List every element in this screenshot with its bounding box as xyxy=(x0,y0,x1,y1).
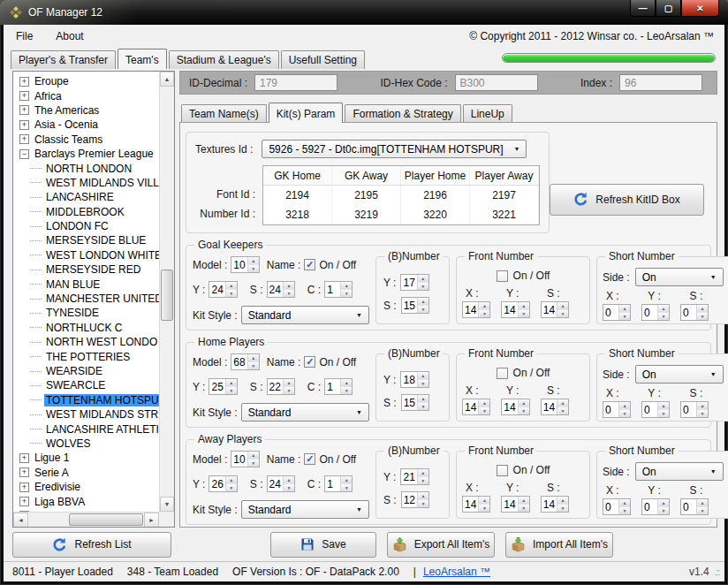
kit-table-cell[interactable]: 3220 xyxy=(401,205,470,224)
tree-item[interactable]: +Asia - Ocenia xyxy=(18,118,159,132)
spinner-down-icon[interactable]: ▼ xyxy=(619,507,630,514)
spinner-down-icon[interactable]: ▼ xyxy=(519,310,529,317)
menu-about[interactable]: About xyxy=(54,28,85,44)
title-bar[interactable]: OF Manager 12 — ▢ ✕ xyxy=(0,0,728,25)
tree-item[interactable]: NORTH WEST LONDO xyxy=(18,335,159,349)
spinner-up-icon[interactable]: ▲ xyxy=(479,399,489,407)
bnumber-s-spinner[interactable]: 15▲▼ xyxy=(401,394,429,411)
tab-stadium-league-s[interactable]: Stadium & League's xyxy=(169,50,279,69)
kit-table-cell[interactable]: 2196 xyxy=(401,186,470,205)
tree-item[interactable]: TYNESIDE xyxy=(18,306,159,320)
spinner-up-icon[interactable]: ▲ xyxy=(697,305,708,313)
tree-item[interactable]: WEST LONDON WHITE xyxy=(18,248,159,262)
spinner-down-icon[interactable]: ▼ xyxy=(619,313,630,320)
short-y-spinner[interactable]: 0▲▼ xyxy=(641,498,670,515)
spinner-up-icon[interactable]: ▲ xyxy=(557,302,568,310)
front-x-spinner[interactable]: 14▲▼ xyxy=(462,301,490,318)
tree-item[interactable]: NORTH LONDON xyxy=(18,161,159,175)
kit-style-select[interactable]: Standard ▼ xyxy=(241,306,369,324)
kit-table-cell[interactable]: 2195 xyxy=(332,186,401,205)
front-number-on-off-checkbox[interactable] xyxy=(497,270,508,282)
tree-item[interactable]: LANCASHIRE ATHLETI xyxy=(18,422,159,436)
tree-item[interactable]: +Classic Teams xyxy=(18,133,159,147)
bnumber-s-spinner[interactable]: 12▲▼ xyxy=(401,491,429,508)
spinner-down-icon[interactable]: ▼ xyxy=(697,507,708,514)
spinner-down-icon[interactable]: ▼ xyxy=(226,290,237,297)
tree-item[interactable]: +The Americas xyxy=(18,103,159,118)
tree-item[interactable]: MERSEYSIDE RED xyxy=(18,262,159,277)
tree-item[interactable]: +Africa xyxy=(18,88,159,103)
tree-item[interactable]: WEARSIDE xyxy=(18,364,159,378)
name-on-off-checkbox[interactable]: ✓ xyxy=(304,356,315,368)
collapse-icon[interactable]: − xyxy=(19,149,29,159)
refresh-kitid-button[interactable]: Refresh KitID Box xyxy=(550,184,704,216)
kit-table-cell[interactable]: 3219 xyxy=(332,205,401,224)
spinner-down-icon[interactable]: ▼ xyxy=(658,313,669,320)
front-s-spinner[interactable]: 14▲▼ xyxy=(541,496,569,513)
spinner-up-icon[interactable]: ▲ xyxy=(619,499,630,507)
tab-team-name-s-[interactable]: Team Name(s) xyxy=(181,104,267,123)
spinner-up-icon[interactable]: ▲ xyxy=(479,302,489,310)
spinner-down-icon[interactable]: ▼ xyxy=(341,290,352,297)
tree-item[interactable]: +Serie A xyxy=(18,466,159,480)
spinner-up-icon[interactable]: ▲ xyxy=(658,402,669,410)
tree-item[interactable]: TOTTENHAM HOTSPUR xyxy=(18,393,159,407)
vertical-scroll-thumb[interactable] xyxy=(161,270,173,321)
tab-kit-s-param[interactable]: Kit(s) Param xyxy=(269,103,344,123)
spinner-up-icon[interactable]: ▲ xyxy=(226,282,237,290)
spinner-down-icon[interactable]: ▼ xyxy=(658,507,669,514)
scroll-down-icon[interactable]: ▼ xyxy=(160,497,174,512)
short-s-spinner[interactable]: 0▲▼ xyxy=(680,498,709,515)
short-y-spinner[interactable]: 0▲▼ xyxy=(641,304,670,321)
y-spinner[interactable]: 26▲▼ xyxy=(209,475,237,492)
spinner-up-icon[interactable]: ▲ xyxy=(519,399,529,407)
horizontal-scroll-thumb[interactable] xyxy=(69,513,143,526)
id-decimal-input[interactable] xyxy=(254,74,337,91)
tree-item[interactable]: +Eredivisie xyxy=(18,480,159,494)
team-tree[interactable]: +Eroupe+Africa+The Americas+Asia - Oceni… xyxy=(13,72,159,512)
kit-table-cell[interactable]: 3218 xyxy=(263,205,332,224)
expand-icon[interactable]: + xyxy=(19,105,29,115)
spinner-up-icon[interactable]: ▲ xyxy=(658,305,669,313)
spinner-up-icon[interactable]: ▲ xyxy=(284,379,294,387)
scroll-right-icon[interactable]: ► xyxy=(144,513,159,528)
y-spinner[interactable]: 24▲▼ xyxy=(209,281,237,298)
tree-item[interactable]: WEST MIDLANDS STR xyxy=(18,407,159,422)
spinner-up-icon[interactable]: ▲ xyxy=(557,497,568,505)
spinner-down-icon[interactable]: ▼ xyxy=(341,484,352,491)
spinner-down-icon[interactable]: ▼ xyxy=(341,387,352,394)
spinner-up-icon[interactable]: ▲ xyxy=(418,298,428,306)
s-spinner[interactable]: 22▲▼ xyxy=(267,378,295,395)
spinner-up-icon[interactable]: ▲ xyxy=(341,282,352,290)
spinner-down-icon[interactable]: ▼ xyxy=(697,313,708,320)
tree-item[interactable]: +Ligue 1 xyxy=(18,451,159,465)
expand-icon[interactable]: + xyxy=(19,77,29,87)
front-number-on-off-checkbox[interactable] xyxy=(497,368,508,379)
expand-icon[interactable]: + xyxy=(19,482,29,492)
spinner-down-icon[interactable]: ▼ xyxy=(418,306,428,313)
s-spinner[interactable]: 24▲▼ xyxy=(267,281,295,298)
spinner-down-icon[interactable]: ▼ xyxy=(557,407,568,414)
c-spinner[interactable]: 1▲▼ xyxy=(324,281,353,298)
tab-lineup[interactable]: LineUp xyxy=(463,104,512,123)
tree-item[interactable]: LANCASHIRE xyxy=(18,190,159,204)
spinner-down-icon[interactable]: ▼ xyxy=(418,380,428,387)
s-spinner[interactable]: 24▲▼ xyxy=(267,475,295,492)
spinner-down-icon[interactable]: ▼ xyxy=(557,310,568,317)
y-spinner[interactable]: 25▲▼ xyxy=(209,378,237,395)
model-spinner[interactable]: 10▲▼ xyxy=(231,256,259,273)
refresh-list-button[interactable]: Refresh List xyxy=(12,532,171,558)
expand-icon[interactable]: + xyxy=(19,497,29,506)
spinner-down-icon[interactable]: ▼ xyxy=(284,290,294,297)
scroll-left-icon[interactable]: ◄ xyxy=(13,513,28,528)
spinner-down-icon[interactable]: ▼ xyxy=(418,477,428,484)
spinner-up-icon[interactable]: ▲ xyxy=(226,379,237,387)
bnumber-y-spinner[interactable]: 18▲▼ xyxy=(400,371,428,388)
front-x-spinner[interactable]: 14▲▼ xyxy=(462,496,490,513)
spinner-down-icon[interactable]: ▼ xyxy=(557,505,568,512)
c-spinner[interactable]: 1▲▼ xyxy=(324,378,353,395)
bnumber-y-spinner[interactable]: 17▲▼ xyxy=(400,274,428,291)
front-x-spinner[interactable]: 14▲▼ xyxy=(462,399,490,415)
index-input[interactable] xyxy=(619,74,702,91)
side-select[interactable]: On ▼ xyxy=(635,365,724,384)
